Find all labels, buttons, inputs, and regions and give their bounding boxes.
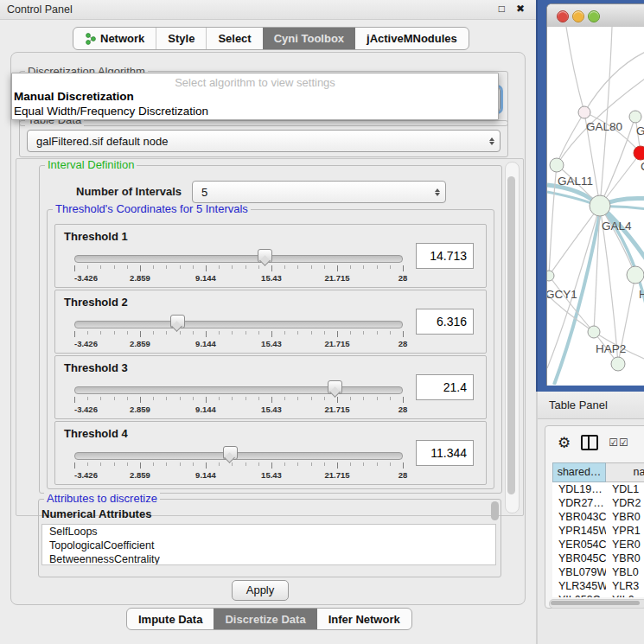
table-cell[interactable]: YBR045C bbox=[552, 552, 606, 565]
table-cell[interactable]: YBL0 bbox=[606, 565, 644, 579]
threshold-slider[interactable]: -3.4262.8599.14415.4321.71528 bbox=[74, 379, 403, 417]
table-cell[interactable]: YBR0 bbox=[606, 510, 644, 524]
table-cell[interactable]: YER0 bbox=[606, 538, 644, 552]
scrollbar-thumb[interactable] bbox=[551, 601, 640, 605]
network-icon bbox=[85, 33, 96, 45]
table-row[interactable]: YER054CYER0 bbox=[552, 538, 644, 552]
tab-style[interactable]: Style bbox=[156, 28, 206, 49]
attributes-group-label: Attributes to discretize bbox=[44, 493, 160, 505]
table-horizontal-scrollbar[interactable] bbox=[549, 599, 644, 609]
scrollbar-thumb[interactable] bbox=[507, 176, 515, 494]
tab-jactivemnodules[interactable]: jActiveMNodules bbox=[355, 28, 469, 49]
tab-impute-data[interactable]: Impute Data bbox=[127, 609, 214, 629]
table-data-select[interactable]: galFiltered.sif default node bbox=[27, 130, 501, 152]
threshold-value-field[interactable]: 14.713 bbox=[416, 243, 474, 269]
tab-infer-network[interactable]: Infer Network bbox=[317, 609, 411, 629]
close-panel-button[interactable]: ✖ bbox=[516, 3, 525, 15]
zoom-window-icon[interactable] bbox=[588, 10, 600, 22]
table-cell[interactable]: YER054C bbox=[552, 538, 606, 552]
tick-mark bbox=[74, 265, 75, 271]
settings-vertical-scrollbar[interactable] bbox=[505, 162, 520, 513]
table-row[interactable]: YBR045CYBR0 bbox=[552, 552, 644, 565]
tick-mark bbox=[258, 462, 259, 466]
threshold-value-field[interactable]: 11.344 bbox=[416, 440, 474, 466]
slider-tick-labels: -3.4262.8599.14415.4321.71528 bbox=[74, 470, 403, 481]
threshold-slider[interactable]: -3.4262.8599.14415.4321.71528 bbox=[74, 313, 403, 351]
attribute-list-item[interactable]: SelfLoops bbox=[42, 525, 495, 539]
tick-mark bbox=[297, 397, 298, 400]
popup-option-manual-discretization[interactable]: Manual Discretization bbox=[14, 90, 134, 103]
slider-thumb[interactable] bbox=[258, 249, 272, 263]
column-header-shared-name[interactable]: shared… bbox=[552, 462, 606, 482]
number-of-intervals-select[interactable]: 5 bbox=[192, 181, 446, 203]
table-cell[interactable]: YIL053C bbox=[552, 593, 606, 597]
tick-mark bbox=[180, 397, 181, 400]
table-row[interactable]: YBR043CYBR0 bbox=[552, 510, 644, 524]
gear-icon[interactable]: ⚙ bbox=[558, 436, 571, 450]
tab-cyni-toolbox-label: Cyni Toolbox bbox=[274, 32, 344, 45]
slider-thumb[interactable] bbox=[170, 315, 185, 328]
network-node[interactable] bbox=[550, 158, 564, 172]
tab-select[interactable]: Select bbox=[206, 28, 262, 49]
split-columns-icon[interactable] bbox=[581, 435, 598, 450]
network-node[interactable] bbox=[634, 146, 644, 160]
select-columns-icon[interactable]: ☑☑ bbox=[609, 437, 629, 449]
network-node[interactable] bbox=[629, 111, 641, 123]
table-row[interactable]: YLR345WYLR3 bbox=[552, 579, 644, 593]
slider-track[interactable] bbox=[74, 386, 403, 394]
table-cell[interactable]: YDR2 bbox=[606, 496, 644, 510]
table-cell[interactable]: YBR0 bbox=[606, 552, 644, 565]
tick-label: 21.715 bbox=[324, 273, 349, 283]
tab-network[interactable]: Network bbox=[73, 28, 156, 49]
table-cell[interactable]: YIL0 bbox=[606, 593, 644, 597]
tick-mark bbox=[377, 331, 378, 335]
table-row[interactable]: YDL19…YDL1 bbox=[552, 482, 644, 496]
numerical-attributes-list[interactable]: SelfLoopsTopologicalCoefficientBetweenne… bbox=[41, 524, 496, 565]
apply-button[interactable]: Apply bbox=[232, 580, 289, 601]
attribute-list-item[interactable]: BetweennessCentrality bbox=[42, 552, 495, 565]
attribute-list-item[interactable]: TopologicalCoefficient bbox=[42, 539, 495, 552]
slider-thumb[interactable] bbox=[328, 380, 342, 394]
slider-track[interactable] bbox=[74, 255, 403, 263]
threshold-slider[interactable]: -3.4262.8599.14415.4321.71528 bbox=[74, 247, 403, 285]
network-node[interactable] bbox=[611, 357, 625, 371]
table-row[interactable]: YDR27…YDR2 bbox=[552, 496, 644, 510]
tab-cyni-toolbox[interactable]: Cyni Toolbox bbox=[263, 28, 355, 49]
table-cell[interactable]: YLR345W bbox=[552, 579, 606, 593]
network-canvas[interactable]: GAL80GACGAL11GAL4GCY1HHAP2 bbox=[547, 27, 644, 385]
table-cell[interactable]: YBR043C bbox=[552, 510, 606, 524]
attributes-list-scrollbar[interactable] bbox=[491, 501, 499, 520]
minimize-window-icon[interactable] bbox=[572, 10, 584, 22]
tick-mark bbox=[271, 265, 272, 271]
tab-discretize-data[interactable]: Discretize Data bbox=[214, 609, 316, 629]
network-node[interactable] bbox=[627, 266, 644, 284]
close-window-icon[interactable] bbox=[557, 10, 569, 22]
table-cell[interactable]: YDL1 bbox=[606, 482, 644, 496]
threshold-value-field[interactable]: 21.4 bbox=[416, 374, 474, 400]
network-node[interactable] bbox=[590, 195, 610, 216]
tick-mark bbox=[324, 331, 325, 335]
table-cell[interactable]: YDR27… bbox=[552, 496, 606, 510]
threshold-value-field[interactable]: 6.316 bbox=[416, 309, 474, 335]
table-row[interactable]: YPR145WYPR1 bbox=[552, 524, 644, 538]
network-node[interactable] bbox=[588, 326, 600, 338]
table-cell[interactable]: YBL079W bbox=[552, 565, 606, 579]
table-cell[interactable]: YPR145W bbox=[552, 524, 606, 538]
slider-track[interactable] bbox=[74, 452, 403, 460]
threshold-label: Threshold 2 bbox=[64, 296, 128, 309]
slider-tick-labels: -3.4262.8599.14415.4321.71528 bbox=[74, 273, 403, 284]
float-window-button[interactable]: □ bbox=[499, 3, 505, 15]
table-cell[interactable]: YLR3 bbox=[606, 579, 644, 593]
popup-option-equal-width-frequency[interactable]: Equal Width/Frequency Discretization bbox=[14, 105, 208, 118]
slider-thumb[interactable] bbox=[223, 446, 238, 460]
network-node[interactable] bbox=[547, 271, 554, 281]
table-row[interactable]: YBL079WYBL0 bbox=[552, 565, 644, 579]
tick-mark bbox=[324, 265, 325, 269]
network-node[interactable] bbox=[578, 106, 590, 118]
table-cell[interactable]: YDL19… bbox=[552, 482, 606, 496]
threshold-slider[interactable]: -3.4262.8599.14415.4321.71528 bbox=[74, 444, 403, 482]
table-row[interactable]: YIL053CYIL0 bbox=[552, 593, 644, 597]
slider-track[interactable] bbox=[74, 321, 403, 328]
table-cell[interactable]: YPR1 bbox=[606, 524, 644, 538]
column-header-name[interactable]: na bbox=[606, 462, 644, 482]
